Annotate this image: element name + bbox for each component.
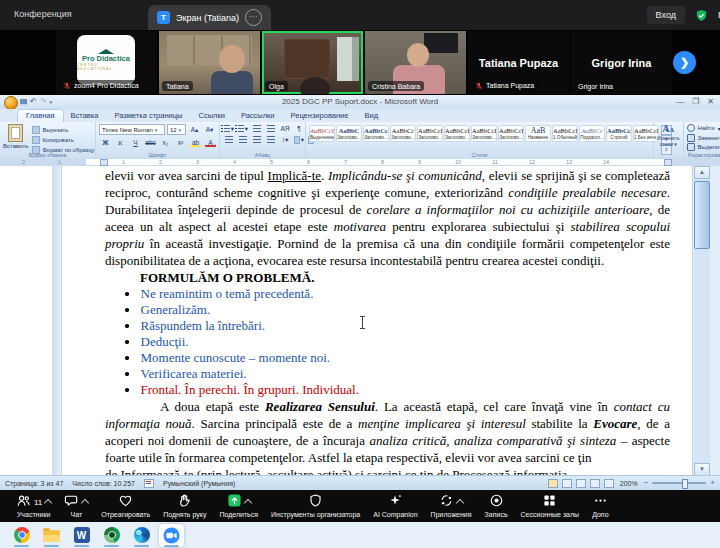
document-area[interactable]: elevii vor avea sarcini de tipul Implică… (0, 166, 720, 476)
taskbar-chrome-button[interactable] (9, 524, 34, 547)
spellcheck-icon[interactable] (144, 479, 154, 488)
word-title-bar[interactable]: ↶ ↷ ▾ 2025 DGC PP Suport.docx - Microsof… (0, 95, 720, 110)
zoom-slider-knob[interactable] (682, 479, 688, 489)
style-gallery-item[interactable]: AaBbCcПодзагол... (579, 125, 605, 142)
paste-button[interactable]: Вставить (3, 124, 28, 150)
toolbar-more[interactable]: Допо (592, 494, 608, 518)
toolbar-share-screen[interactable]: Поделиться (219, 494, 258, 518)
font-color-button[interactable]: A (204, 137, 217, 148)
align-right-button[interactable] (251, 135, 263, 144)
status-words[interactable]: Число слов: 10 257 (72, 480, 135, 487)
participant-tile-tatiana-pupaza[interactable]: Tatiana PupazaTatiana Pupaza (468, 31, 569, 94)
ribbon-tab-6[interactable]: Рецензирование (283, 110, 357, 123)
style-gallery-item[interactable]: AaBbCcЗаголово... (363, 125, 389, 142)
qat-dropdown-icon[interactable]: ▾ (49, 97, 52, 107)
strikethrough-button[interactable]: abc (144, 137, 157, 148)
align-center-button[interactable] (237, 135, 249, 144)
bullet-list-button[interactable]: ▾ (223, 124, 235, 133)
scroll-up-icon[interactable]: ▲ (694, 166, 710, 179)
view-outline-button[interactable] (590, 479, 600, 488)
quick-access-toolbar[interactable]: ↶ ↷ ▾ (20, 96, 52, 108)
select-button[interactable]: Выделить ▾ (687, 143, 720, 151)
chevron-up-icon[interactable] (243, 499, 251, 507)
cut-button[interactable]: Вырезать (32, 126, 94, 134)
chevron-up-icon[interactable] (81, 499, 89, 507)
zoom-in-icon[interactable]: + (710, 479, 715, 487)
zoom-out-icon[interactable]: − (644, 479, 649, 487)
ribbon-tab-1[interactable]: Главная (18, 110, 63, 123)
participant-tile-olga[interactable]: Olga (262, 31, 363, 94)
signin-button[interactable]: Вход (647, 6, 685, 24)
style-gallery-item[interactable]: AaBbCcDСтрогий (606, 125, 632, 142)
status-language[interactable]: Румынский (Румыния) (163, 480, 235, 487)
view-draft-button[interactable] (604, 479, 614, 488)
style-gallery-item[interactable]: AaBbCcЗаголово... (390, 125, 416, 142)
font-size-select[interactable]: 12▾ (167, 124, 186, 135)
pilcrow-button[interactable]: ¶ (293, 124, 305, 133)
toolbar-breakout-rooms[interactable]: Сессионные залы (521, 494, 580, 518)
tab-screen-share[interactable]: T Экран (Tatiana) ··· (148, 5, 271, 30)
indent-marker[interactable] (100, 159, 108, 166)
participant-tile-grigor-irina[interactable]: Grigor IrinaGrigor Irina (571, 31, 672, 94)
view-web-layout-button[interactable] (576, 479, 586, 488)
style-gallery-item[interactable]: AaBbCcDdЗаголово... (498, 125, 524, 142)
grow-font-button[interactable]: A▴ (188, 124, 201, 135)
next-participants-button[interactable]: ❯ (673, 51, 696, 74)
shading-button[interactable]: ▾ (293, 135, 305, 144)
shrink-font-button[interactable]: A▾ (203, 124, 216, 135)
chevron-up-icon[interactable] (44, 499, 52, 507)
minimize-button[interactable]: — (676, 97, 684, 106)
style-gallery-item[interactable]: AaBbCcDЗаголово... (471, 125, 497, 142)
taskbar-explorer-button[interactable] (39, 524, 64, 547)
view-print-layout-button[interactable] (548, 479, 558, 488)
style-gallery-item[interactable]: AaBbCcDЗаголово... (444, 125, 470, 142)
ribbon-tab-2[interactable]: Вставка (63, 110, 107, 123)
bold-button[interactable]: Ж (99, 137, 112, 148)
undo-icon[interactable]: ↶ (30, 97, 37, 107)
ribbon-tab-7[interactable]: Вид (356, 110, 386, 123)
subscript-button[interactable]: x₂ (159, 137, 172, 148)
ribbon-tab-4[interactable]: Ссылки (190, 110, 232, 123)
taskbar-zoom-button[interactable] (159, 524, 184, 547)
vertical-scrollbar[interactable]: ▲ ▼ (694, 166, 710, 476)
participant-tile-tatiana[interactable]: Tatiana (159, 31, 260, 94)
toolbar-ai-companion[interactable]: AI Companion (373, 494, 417, 518)
toolbar-chat[interactable]: Чат (64, 494, 88, 518)
zoom-level[interactable]: 200% (620, 480, 638, 487)
chevron-up-icon[interactable] (456, 499, 464, 507)
sort-button[interactable]: АЯ (279, 124, 291, 133)
tab-conference[interactable]: Конференция (14, 9, 72, 19)
style-gallery-item[interactable]: АаВНазвание (525, 125, 551, 142)
toolbar-apps[interactable]: Приложения (431, 494, 472, 518)
line-spacing-button[interactable]: ↕▾ (279, 135, 291, 144)
redo-icon[interactable]: ↷ (40, 97, 47, 107)
tab-more-icon[interactable]: ··· (245, 9, 262, 26)
copy-button[interactable]: Копировать (32, 136, 94, 144)
find-button[interactable]: Найти ▾ (687, 124, 720, 132)
save-icon[interactable] (20, 99, 27, 106)
office-button-icon[interactable] (4, 96, 18, 110)
toolbar-host-tools[interactable]: Инструменты организатора (271, 494, 360, 518)
toolbar-participants[interactable]: 11Участники (16, 494, 51, 518)
right-indent-marker[interactable] (664, 159, 672, 166)
style-gallery-item[interactable]: AaBbCcDВыделение (309, 125, 335, 142)
scrollbar-thumb[interactable] (694, 181, 710, 249)
style-gallery-item[interactable]: AaBbCcI1 Обычный (552, 125, 578, 142)
font-name-select[interactable]: Times New Roman▾ (99, 124, 165, 135)
taskbar-edge-button[interactable] (129, 524, 154, 547)
zoom-slider[interactable] (652, 482, 706, 484)
taskbar-word-button[interactable]: W (69, 524, 94, 547)
superscript-button[interactable]: x² (174, 137, 187, 148)
toolbar-react[interactable]: Отреагировать (101, 494, 150, 518)
replace-button[interactable]: Заменить (687, 134, 720, 142)
taskbar-browser-green-button[interactable] (99, 524, 124, 547)
security-shield-icon[interactable] (695, 9, 708, 22)
maximize-button[interactable]: ❐ (692, 97, 699, 106)
ribbon-tab-5[interactable]: Рассылки (233, 110, 283, 123)
change-styles-button[interactable]: АА Изменить стили ▾ (654, 122, 684, 158)
decrease-indent-button[interactable] (251, 124, 263, 133)
status-page[interactable]: Страница: 3 из 47 (5, 480, 63, 487)
justify-button[interactable] (265, 135, 277, 144)
toolbar-raise-hand[interactable]: Поднять руку (163, 494, 206, 518)
italic-button[interactable]: К (114, 137, 127, 148)
